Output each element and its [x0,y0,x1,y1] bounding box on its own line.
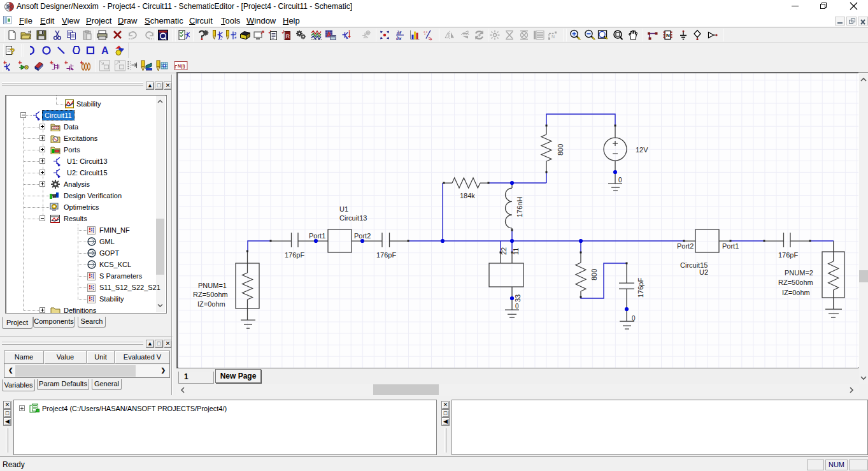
svg-text:A: A [101,45,109,55]
svg-text:1010: 1010 [52,126,59,129]
svg-text:∵: ∵ [423,29,427,36]
svg-text:N: N [551,34,555,38]
svg-text:?: ? [10,47,15,56]
svg-text:∂f: ∂f [397,29,402,35]
svg-text:N: N [666,33,670,38]
svg-text:R: R [286,33,290,39]
svg-text:∂x: ∂x [396,35,402,40]
svg-text:N(I): N(I) [178,63,185,68]
